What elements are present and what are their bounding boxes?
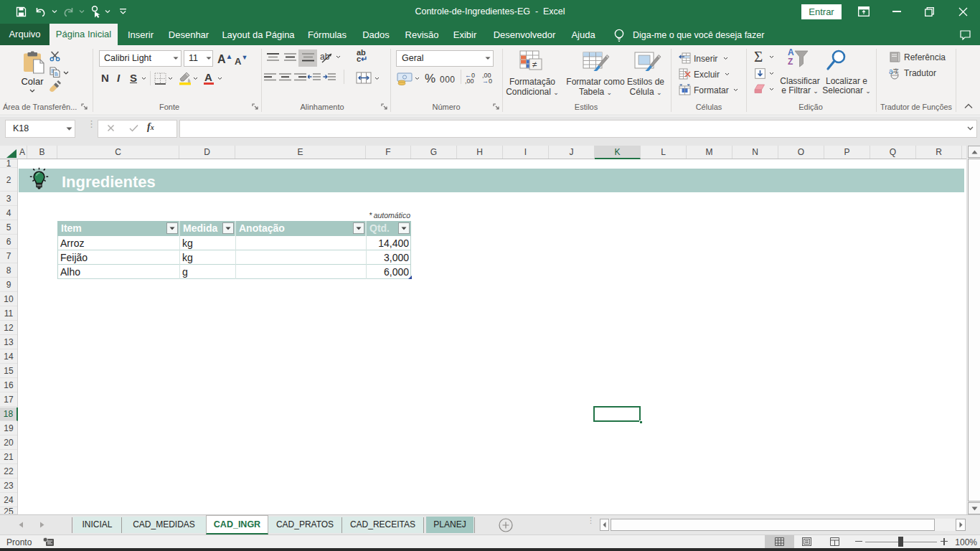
svg-text:≠: ≠ [532, 60, 537, 70]
